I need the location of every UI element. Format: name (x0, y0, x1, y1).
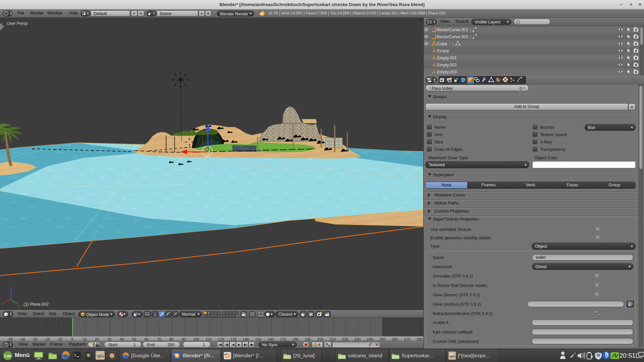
svg-text:Empty.001: Empty.001 (437, 56, 457, 60)
svg-text:190: 190 (305, 337, 311, 341)
svg-text:220: 220 (342, 337, 348, 341)
svg-text:BezierCurve.001: BezierCurve.001 (437, 27, 468, 32)
svg-text:120: 120 (218, 337, 224, 341)
svg-text:150: 150 (255, 337, 261, 341)
svg-text:50: 50 (132, 337, 136, 341)
svg-text:Lm: Lm (4, 353, 11, 358)
svg-text:30: 30 (107, 337, 111, 341)
svg-text:100: 100 (193, 337, 199, 341)
svg-text:-10: -10 (57, 337, 62, 341)
svg-text:Empty.002: Empty.002 (437, 63, 457, 67)
svg-text:-50: -50 (7, 337, 13, 341)
svg-text:-30: -30 (32, 337, 38, 341)
svg-text:210: 210 (330, 337, 336, 341)
svg-text:User Persp: User Persp (7, 21, 28, 26)
svg-text:60: 60 (145, 337, 149, 341)
svg-text:230: 230 (355, 337, 361, 341)
svg-text:180: 180 (292, 337, 299, 341)
svg-text:Cube: Cube (437, 42, 447, 46)
svg-text:BezierCurve.002: BezierCurve.002 (437, 35, 468, 39)
svg-text:i: i (598, 354, 599, 357)
svg-text:Empty.003: Empty.003 (437, 70, 457, 74)
svg-text:z: z (10, 286, 12, 290)
svg-text:260: 260 (392, 337, 398, 341)
svg-text:170: 170 (280, 337, 286, 341)
svg-text:i: i (6, 12, 6, 15)
svg-text:130: 130 (230, 337, 236, 341)
svg-text:70: 70 (157, 337, 161, 341)
svg-text:0: 0 (71, 337, 73, 341)
svg-text:20: 20 (95, 337, 99, 341)
svg-text:Empty: Empty (437, 49, 449, 53)
svg-text:110: 110 (206, 337, 212, 341)
svg-text:-40: -40 (20, 337, 25, 341)
svg-text:-20: -20 (45, 337, 50, 341)
svg-text:90: 90 (182, 337, 186, 341)
svg-text:|: | (470, 28, 471, 32)
svg-text:200: 200 (317, 337, 323, 341)
svg-text:270: 270 (404, 337, 410, 341)
svg-text:|: | (470, 35, 471, 39)
svg-text:250: 250 (379, 337, 385, 341)
svg-text:280: 280 (417, 337, 423, 341)
svg-text:y: y (18, 304, 19, 307)
svg-text:40: 40 (120, 337, 124, 341)
svg-text:|: | (452, 42, 453, 46)
svg-text:(1) Plane.002: (1) Plane.002 (23, 302, 49, 307)
svg-text:10: 10 (83, 337, 87, 341)
svg-text:x: x (1, 302, 2, 306)
svg-text:80: 80 (169, 337, 173, 341)
svg-text:240: 240 (367, 337, 373, 341)
svg-text:160: 160 (268, 337, 274, 341)
svg-text:140: 140 (243, 337, 249, 341)
